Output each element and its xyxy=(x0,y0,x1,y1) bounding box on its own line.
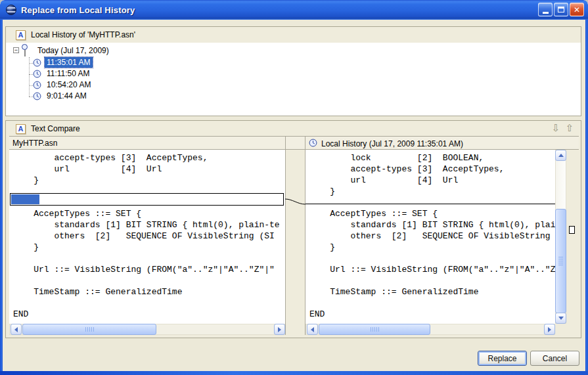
diff-boundary-line xyxy=(305,204,555,204)
history-revision-item[interactable]: 11:11:50 AM xyxy=(45,68,92,79)
text-compare-header-label: Text Compare xyxy=(31,124,80,133)
down-arrow-icon xyxy=(558,317,564,320)
compare-column-headers: MyHTTP.asn xyxy=(9,136,579,150)
local-history-header-label: Local History of 'MyHTTP.asn' xyxy=(31,30,135,39)
diff-empty-range-marker xyxy=(10,193,284,206)
right-scroll-right-button[interactable] xyxy=(544,324,555,335)
vertical-scrollbar-thumb[interactable] xyxy=(555,209,566,313)
left-scroll-left-button[interactable] xyxy=(11,324,22,335)
titlebar[interactable]: Replace from Local History xyxy=(0,0,588,20)
left-horizontal-thumb[interactable] xyxy=(22,324,156,335)
thumb-grip xyxy=(558,257,563,265)
tree-node-today[interactable]: Today (Jul 17, 2009) xyxy=(37,46,109,55)
right-arrow-icon xyxy=(548,327,551,332)
replace-from-local-history-dialog: Replace from Local History ✕ A Local His… xyxy=(0,0,588,375)
right-compare-editor[interactable]: lock [2] BOOLEAN, accept-types [3] Accep… xyxy=(305,150,555,324)
local-history-header-band: A Local History of 'MyHTTP.asn' xyxy=(6,27,581,43)
left-pane-title: MyHTTP.asn xyxy=(12,139,57,148)
close-icon: ✕ xyxy=(574,6,580,14)
next-difference-button[interactable]: ⇩ xyxy=(549,123,562,134)
asn-file-icon: A xyxy=(16,30,26,40)
right-horizontal-thumb[interactable] xyxy=(319,324,430,335)
clock-icon xyxy=(33,70,41,78)
up-arrow-icon xyxy=(558,154,564,157)
history-revision-item[interactable]: 10:54:20 AM xyxy=(45,79,93,90)
diff-overview-marker[interactable] xyxy=(569,226,575,234)
left-compare-editor[interactable]: accept-types [3] AcceptTypes, url [4] Ur… xyxy=(9,150,285,324)
diff-connector-line xyxy=(285,196,305,206)
left-arrow-icon xyxy=(311,327,314,332)
window-title: Replace from Local History xyxy=(21,5,135,15)
clock-overlay-icon xyxy=(22,44,28,50)
cancel-button[interactable]: Cancel xyxy=(530,351,579,366)
minimize-button[interactable] xyxy=(538,3,553,16)
window-border-right xyxy=(585,16,588,375)
right-editor-text[interactable]: lock [2] BOOLEAN, accept-types [3] Accep… xyxy=(305,150,555,324)
compare-file-icon: A xyxy=(16,124,26,134)
replace-button[interactable]: Replace xyxy=(478,351,527,366)
thumb-grip xyxy=(371,327,379,332)
clock-icon xyxy=(309,139,317,147)
eclipse-app-icon xyxy=(6,5,16,15)
minimize-icon xyxy=(543,12,549,14)
right-scroll-left-button[interactable] xyxy=(307,324,318,335)
history-revision-item[interactable]: 9:01:44 AM xyxy=(45,91,89,101)
right-pane-title: Local History (Jul 17, 2009 11:35:01 AM) xyxy=(321,139,463,148)
left-scroll-right-button[interactable] xyxy=(274,324,285,335)
clock-icon xyxy=(33,81,41,89)
close-button[interactable]: ✕ xyxy=(570,3,584,16)
previous-difference-button[interactable]: ⇧ xyxy=(563,123,576,134)
maximize-button[interactable] xyxy=(554,3,568,16)
text-compare-header-band: A Text Compare xyxy=(6,121,581,137)
left-arrow-icon xyxy=(14,327,18,332)
scroll-down-button[interactable] xyxy=(555,313,566,324)
window-border-left xyxy=(0,16,3,375)
calendar-day-icon xyxy=(24,46,26,56)
left-editor-text[interactable]: accept-types [3] AcceptTypes, url [4] Ur… xyxy=(9,150,285,324)
clock-icon xyxy=(33,92,41,100)
pane-divider-left xyxy=(285,136,286,335)
diff-selected-chunk xyxy=(11,194,39,204)
maximize-icon xyxy=(558,7,564,12)
thumb-grip xyxy=(85,327,94,332)
clock-icon xyxy=(33,58,41,67)
tree-expander-today[interactable]: − xyxy=(13,47,19,53)
history-revision-item[interactable]: 11:35:01 AM xyxy=(45,57,93,68)
right-arrow-icon xyxy=(278,327,281,332)
scroll-up-button[interactable] xyxy=(555,150,566,161)
window-border-bottom xyxy=(0,371,588,375)
